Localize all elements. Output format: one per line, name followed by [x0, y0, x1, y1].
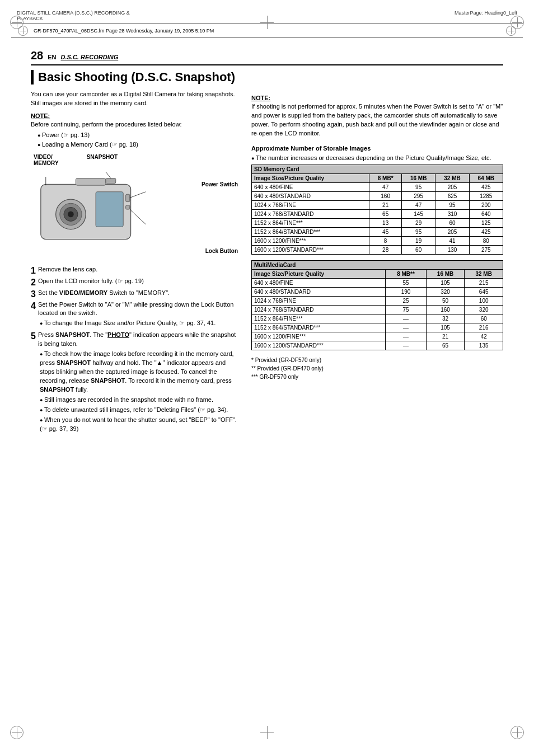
sd-r0-c2: 95: [402, 183, 435, 192]
table-section: Approximate Number of Storable Images Th…: [251, 145, 503, 381]
svg-rect-6: [96, 191, 123, 227]
step-2: 2 Open the LCD monitor fully. (☞ pg. 19): [31, 277, 238, 286]
svg-rect-8: [126, 205, 130, 209]
svg-point-4: [68, 211, 74, 217]
svg-rect-7: [126, 194, 130, 201]
top-bar: DIGITAL STILL CAMERA (D.S.C.) RECORDING …: [0, 0, 534, 24]
label-snapshot: SNAPSHOT: [87, 154, 118, 166]
table-row: 1600 x 1200/STANDARD*** 28 60 130 275: [252, 246, 503, 255]
step-3-num: 3: [31, 289, 36, 299]
footnote-1: * Provided (GR-DF570 only): [251, 356, 503, 364]
table-row: 1024 x 768/STANDARD 65 145 310 640: [252, 210, 503, 219]
table-row: 640 x 480/FINE 47 95 205 425: [252, 183, 503, 192]
table-row: 1024 x 768/STANDARD 75 160 320: [252, 306, 503, 314]
note-bullet-2: Loading a Memory Card (☞ pg. 18): [38, 140, 238, 149]
label-lock-button: Lock Button: [205, 248, 238, 254]
camera-diagram-area: VIDEO/ MEMORY SNAPSHOT: [31, 154, 238, 262]
step-1-num: 1: [31, 265, 36, 276]
step-3-text: Set the VIDEO/MEMORY Switch to "MEMORY".: [38, 289, 238, 298]
mmc-table: MultiMediaCard Image Size/Picture Qualit…: [251, 260, 503, 350]
sd-col-h4: 64 MB: [469, 174, 503, 183]
table-intro-bullet: The number increases or decreases depend…: [251, 154, 503, 162]
svg-line-10: [130, 191, 146, 198]
sd-col-h2: 16 MB: [402, 174, 435, 183]
table-row: 640 x 480/STANDARD 160 295 625 1285: [252, 192, 503, 201]
table-row: 1600 x 1200/STANDARD*** — 65 135: [252, 341, 503, 350]
right-note-title: NOTE:: [251, 95, 503, 101]
reg-mark-bottomright: [510, 726, 524, 739]
top-left-label: DIGITAL STILL CAMERA (D.S.C.) RECORDING …: [17, 10, 130, 21]
mmc-col-h3: 32 MB: [465, 270, 503, 279]
table-title: Approximate Number of Storable Images: [251, 145, 503, 152]
step-4-bullet: To change the Image Size and/or Picture …: [40, 319, 238, 328]
table-row: 1024 x 768/FINE 25 50 100: [252, 297, 503, 306]
svg-rect-9: [106, 178, 116, 183]
step-5-bullet-4: When you do not want to hear the shutter…: [40, 416, 238, 434]
table-row: 1152 x 864/FINE*** 13 29 60 125: [252, 219, 503, 228]
table-row: 1152 x 864/FINE*** — 32 60: [252, 314, 503, 323]
file-info-text: GR-DF570_470PAL_06DSC.fm Page 28 Wednesd…: [34, 28, 214, 34]
table-row: 1152 x 864/STANDARD*** 45 95 205 425: [252, 228, 503, 237]
mmc-col-h0: Image Size/Picture Quality: [252, 270, 386, 279]
note-bullet-1: Power (☞ pg. 13): [38, 131, 238, 140]
svg-line-13: [106, 172, 111, 179]
page-number: 28: [31, 49, 43, 62]
main-content: 28 EN D.S.C. RECORDING Basic Shooting (D…: [0, 38, 534, 448]
top-right-label: MasterPage: Heading0_Left: [455, 10, 517, 16]
step-5-bullet-2: Still images are recorded in the snapsho…: [40, 396, 238, 405]
label-video-memory: VIDEO/ MEMORY: [34, 154, 59, 166]
reg-mark-right: [506, 26, 516, 36]
sd-r0-c0: 640 x 480/FINE: [252, 183, 369, 192]
table-row: 640 x 480/STANDARD 190 320 645: [252, 288, 503, 297]
en-label: EN: [48, 54, 56, 60]
step-4-num: 4: [31, 300, 36, 311]
sd-r0-c3: 205: [435, 183, 469, 192]
reg-bottomcenter: [260, 726, 274, 740]
footnote-2: ** Provided (GR-DF470 only): [251, 364, 503, 373]
reg-bottomleft: [10, 726, 24, 740]
mmc-col-h1: 8 MB**: [386, 270, 427, 279]
right-note-body: If shooting is not performed for approx.…: [251, 102, 503, 138]
table-row: 1600 x 1200/FINE*** — 21 42: [252, 332, 503, 341]
intro-text: You can use your camcorder as a Digital …: [31, 90, 238, 108]
sd-col-h1: 8 MB*: [369, 174, 402, 183]
step-5-bullet-3: To delete unwanted still images, refer t…: [40, 406, 238, 415]
table-row: 640 x 480/FINE 55 105 215: [252, 279, 503, 288]
reg-mark-bottomleft: [10, 726, 24, 739]
article-title: Basic Shooting (D.S.C. Snapshot): [31, 70, 503, 84]
reg-mark-left: [18, 26, 28, 36]
note-before-bullets: Power (☞ pg. 13) Loading a Memory Card (…: [38, 131, 238, 149]
section-header: 28 EN D.S.C. RECORDING: [31, 49, 503, 65]
camera-svg: [31, 167, 171, 251]
sd-col-h3: 32 MB: [435, 174, 469, 183]
footnote-3: *** GR-DF570 only: [251, 373, 503, 381]
sd-col-h0: Image Size/Picture Quality: [252, 174, 369, 183]
sd-r0-c4: 425: [469, 183, 503, 192]
section-title: D.S.C. RECORDING: [61, 54, 119, 60]
mmc-col-h2: 16 MB: [426, 270, 465, 279]
table-row: 1024 x 768/FINE 21 47 95 200: [252, 201, 503, 210]
left-column: You can use your camcorder as a Digital …: [31, 90, 238, 436]
reg-bottomright: [510, 726, 524, 740]
step-1-text: Remove the lens cap.: [38, 265, 238, 274]
step-5-bullet-1: To check how the image looks before reco…: [40, 350, 238, 395]
file-info-bar: GR-DF570_470PAL_06DSC.fm Page 28 Wednesd…: [11, 24, 523, 38]
table-footnotes: * Provided (GR-DF570 only) ** Provided (…: [251, 356, 503, 381]
label-power-switch: Power Switch: [202, 181, 238, 187]
note-before-body: Before continuing, perform the procedure…: [31, 120, 238, 129]
table-row: 1152 x 864/STANDARD*** — 105 216: [252, 323, 503, 332]
step-2-num: 2: [31, 277, 36, 288]
reg-mark-bottomcenter: [260, 726, 274, 739]
svg-rect-5: [76, 178, 106, 185]
sd-memory-table: SD Memory Card Image Size/Picture Qualit…: [251, 165, 503, 255]
mmc-table-header: MultiMediaCard: [252, 261, 503, 270]
step-3: 3 Set the VIDEO/MEMORY Switch to "MEMORY…: [31, 289, 238, 298]
step-1: 1 Remove the lens cap.: [31, 265, 238, 274]
sd-r0-c1: 47: [369, 183, 402, 192]
svg-line-11: [130, 209, 146, 224]
steps-section: 1 Remove the lens cap. 2 Open the LCD mo…: [31, 265, 238, 434]
sd-table-header: SD Memory Card: [252, 165, 503, 174]
right-note: NOTE: If shooting is not performed for a…: [251, 95, 503, 138]
step-5-num: 5: [31, 331, 36, 341]
step-5: 5 Press SNAPSHOT. The "PHOTO" indication…: [31, 331, 238, 433]
